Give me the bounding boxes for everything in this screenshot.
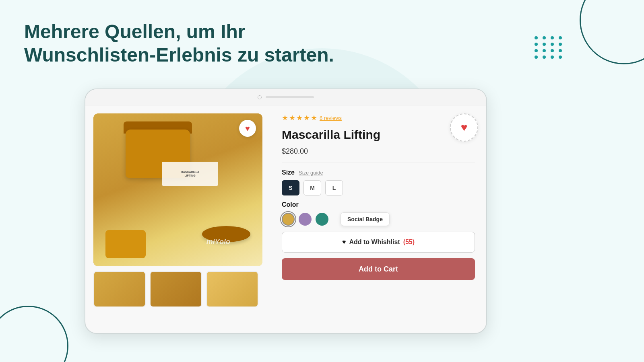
tablet-content: MASCARILLA LIFTING miYolo ♥ — [85, 105, 486, 333]
product-details: ♥ ★ ★ ★ ★ ★ 6 reviews Mascarilla Lifting… — [270, 105, 486, 333]
bg-circle-bottom-left — [0, 306, 68, 362]
add-to-cart-button[interactable]: Add to Cart — [282, 258, 475, 280]
dot — [559, 56, 562, 59]
thumb-img-1 — [94, 272, 145, 306]
wishlist-btn-label: Add to Whishlist — [349, 239, 400, 246]
dot — [543, 56, 546, 59]
dot — [543, 49, 546, 52]
thumbnail-2[interactable] — [150, 271, 202, 307]
dot — [551, 56, 554, 59]
color-section: Color Social Badge — [282, 201, 475, 226]
size-btn-l[interactable]: L — [325, 180, 343, 195]
heart-badge-image[interactable]: ♥ — [239, 120, 256, 137]
size-section: Size Size guide S M L — [282, 169, 475, 195]
jar-logo: miYolo — [206, 238, 230, 246]
main-image-bg: MASCARILLA LIFTING miYolo — [93, 113, 262, 266]
wishlist-btn-heart-icon: ♥ — [342, 239, 346, 246]
size-options: S M L — [282, 180, 475, 195]
dot — [543, 36, 546, 39]
tablet-frame: MASCARILLA LIFTING miYolo ♥ — [85, 88, 487, 334]
jar-small — [105, 230, 146, 258]
color-purple[interactable] — [299, 213, 312, 226]
dot — [559, 36, 562, 39]
jar-body: MASCARILLA LIFTING — [126, 130, 190, 178]
social-badge: Social Badge — [341, 212, 390, 226]
product-title: Mascarilla Lifting — [282, 128, 475, 142]
divider-1 — [282, 162, 475, 162]
product-image-section: MASCARILLA LIFTING miYolo ♥ — [85, 105, 270, 333]
dot — [559, 49, 562, 52]
color-row: Social Badge — [282, 212, 475, 226]
jar-group: MASCARILLA LIFTING miYolo — [93, 113, 262, 266]
dots-grid — [535, 36, 564, 59]
stars-row: ★ ★ ★ ★ ★ 6 reviews — [282, 113, 475, 122]
dot — [559, 43, 562, 46]
size-guide-link[interactable]: Size guide — [299, 170, 323, 176]
size-btn-m[interactable]: M — [303, 180, 321, 195]
dot — [535, 36, 538, 39]
color-gold[interactable] — [282, 213, 295, 226]
product-price: $280.00 — [282, 147, 475, 156]
wishlist-count: (55) — [403, 239, 415, 246]
main-image-container: MASCARILLA LIFTING miYolo ♥ — [93, 113, 262, 266]
heart-icon: ♥ — [245, 124, 250, 133]
thumbnail-3[interactable] — [206, 271, 258, 307]
add-to-wishlist-button[interactable]: ♥ Add to Whishlist (55) — [282, 232, 475, 253]
star-4: ★ — [303, 113, 310, 122]
thumb-img-3 — [207, 272, 258, 306]
tablet-top-bar — [85, 89, 486, 105]
color-label: Color — [282, 201, 475, 208]
jar-label-text1: MASCARILLA — [181, 170, 199, 174]
star-1: ★ — [282, 113, 288, 122]
headline: Mehrere Quellen, um Ihr Wunschlisten-Erl… — [24, 20, 334, 66]
size-btn-s[interactable]: S — [282, 180, 299, 195]
dot — [535, 43, 538, 46]
dot — [535, 56, 538, 59]
dot — [543, 43, 546, 46]
dot — [551, 43, 554, 46]
tablet-bar — [266, 96, 314, 98]
size-label: Size — [282, 169, 295, 176]
size-header: Size Size guide — [282, 169, 475, 176]
tablet-camera — [258, 95, 262, 99]
wishlist-circle-badge[interactable]: ♥ — [450, 113, 478, 142]
headline-line2: Wunschlisten-Erlebnis zu starten. — [24, 44, 334, 66]
reviews-link[interactable]: 6 reviews — [320, 115, 342, 121]
headline-line1: Mehrere Quellen, um Ihr — [24, 21, 245, 42]
dot — [551, 36, 554, 39]
dot — [551, 49, 554, 52]
star-3: ★ — [296, 113, 303, 122]
star-5: ★ — [311, 113, 317, 122]
add-to-cart-label: Add to Cart — [359, 265, 398, 274]
jar-label: MASCARILLA LIFTING — [162, 162, 218, 186]
thumb-img-2 — [151, 272, 201, 306]
stars: ★ ★ ★ ★ ★ — [282, 113, 317, 122]
star-2: ★ — [289, 113, 295, 122]
dot — [535, 49, 538, 52]
thumbnails — [93, 271, 262, 307]
wishlist-heart-icon: ♥ — [461, 121, 468, 134]
thumbnail-1[interactable] — [93, 271, 146, 307]
color-teal[interactable] — [316, 213, 328, 226]
bg-circle-top-right — [580, 0, 644, 64]
jar-label-text2: LIFTING — [184, 174, 195, 177]
